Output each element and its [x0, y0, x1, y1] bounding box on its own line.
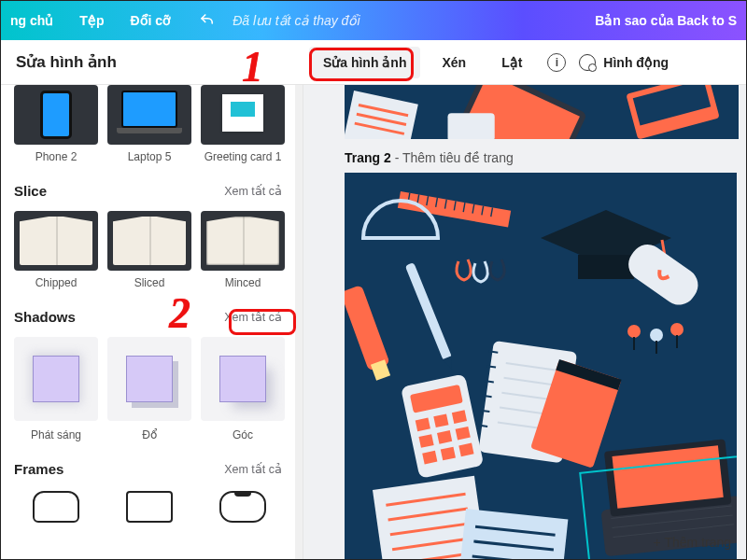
shadows-row: Phát sáng Đổ Góc	[14, 337, 289, 441]
frames-see-all[interactable]: Xem tất cả	[217, 458, 289, 480]
shadow-glow[interactable]: Phát sáng	[14, 337, 98, 441]
slice-sliced-thumb	[107, 211, 191, 271]
mockup-greetingcard1[interactable]: Greeting card 1	[201, 85, 285, 163]
page2-label[interactable]: Trang 2 - Thêm tiêu đề trang	[345, 150, 514, 165]
slice-title: Slice	[14, 183, 47, 199]
svg-line-55	[478, 426, 487, 427]
top-header: ng chủ Tệp Đổi cỡ Đã lưu tất cả thay đổi…	[1, 1, 746, 40]
svg-line-50	[488, 351, 498, 352]
mockup-laptop5-thumb	[107, 85, 191, 145]
slice-section-header: Slice Xem tất cả	[14, 180, 289, 202]
shadow-drop[interactable]: Đổ	[107, 337, 191, 441]
animate-label: Hình động	[603, 55, 669, 70]
flip-button[interactable]: Lật	[487, 47, 536, 78]
frames-row	[14, 489, 289, 523]
mockup-laptop5[interactable]: Laptop 5	[107, 85, 191, 163]
frame-notch[interactable]	[201, 489, 285, 523]
svg-rect-79	[613, 445, 724, 509]
svg-line-53	[483, 396, 492, 397]
slice-sliced[interactable]: Sliced	[107, 211, 191, 289]
nav-resize[interactable]: Đổi cỡ	[130, 13, 171, 28]
slice-chipped-thumb	[14, 211, 98, 271]
svg-rect-24	[578, 255, 634, 279]
frames-title: Frames	[14, 461, 63, 477]
slice-see-all[interactable]: Xem tất cả	[217, 180, 289, 202]
mockup-phone2[interactable]: Phone 2	[14, 85, 98, 163]
slice-minced-thumb	[201, 211, 285, 271]
shadows-section-header: Shadows Xem tất cả	[14, 306, 289, 328]
nav-file[interactable]: Tệp	[79, 13, 104, 28]
mockup-greetingcard1-label: Greeting card 1	[201, 150, 285, 163]
mockup-greetingcard1-thumb	[201, 85, 285, 145]
shadows-title: Shadows	[14, 309, 76, 325]
shadow-drop-label: Đổ	[107, 428, 191, 441]
mockup-laptop5-label: Laptop 5	[107, 150, 191, 163]
panel-scrollbar-thumb[interactable]	[296, 225, 302, 309]
undo-icon[interactable]	[197, 10, 218, 31]
panel-title: Sửa hình ảnh	[10, 52, 117, 72]
slice-minced-label: Minced	[201, 276, 285, 289]
frames-section-header: Frames Xem tất cả	[14, 458, 289, 480]
svg-point-36	[670, 323, 684, 336]
nav-home[interactable]: ng chủ	[10, 13, 53, 28]
slice-sliced-label: Sliced	[107, 276, 191, 289]
svg-point-34	[650, 329, 663, 342]
context-toolbar: Sửa hình ảnh Sửa hình ảnh Xén Lật i Hình…	[1, 40, 746, 85]
effects-side-panel: Phone 2 Laptop 5 Greeting card 1 Slice X…	[1, 85, 303, 559]
mockups-row: Phone 2 Laptop 5 Greeting card 1	[14, 85, 289, 163]
slice-chipped[interactable]: Chipped	[14, 211, 98, 289]
slice-minced[interactable]: Minced	[201, 211, 285, 289]
page2-canvas[interactable]	[345, 173, 737, 559]
animate-icon	[579, 54, 596, 71]
shadow-glow-label: Phát sáng	[14, 428, 98, 441]
edit-image-button[interactable]: Sửa hình ảnh	[309, 47, 421, 78]
svg-line-52	[485, 381, 494, 382]
shadow-corner-label: Góc	[201, 428, 285, 441]
svg-rect-7	[448, 113, 495, 139]
page2-number: Trang 2	[345, 150, 391, 165]
frame-rounded[interactable]	[14, 489, 98, 523]
frame-square[interactable]	[107, 489, 191, 523]
slice-chipped-label: Chipped	[14, 276, 98, 289]
svg-line-54	[480, 411, 489, 412]
svg-point-32	[627, 325, 641, 338]
add-page-button[interactable]: + Thêm trang	[654, 535, 731, 550]
page1-strip[interactable]	[345, 85, 739, 139]
mockup-phone2-thumb	[14, 85, 98, 145]
shadow-corner[interactable]: Góc	[201, 337, 285, 441]
slice-row: Chipped Sliced Minced	[14, 211, 289, 289]
canvas-area[interactable]: Trang 2 - Thêm tiêu đề trang	[303, 85, 746, 559]
document-title[interactable]: Bản sao của Back to S	[595, 13, 737, 28]
shadows-see-all[interactable]: Xem tất cả	[217, 306, 289, 328]
page2-title-hint: - Thêm tiêu đề trang	[391, 150, 514, 165]
crop-button[interactable]: Xén	[428, 47, 480, 78]
saved-status: Đã lưu tất cả thay đổi	[233, 13, 359, 28]
info-icon[interactable]: i	[547, 53, 566, 72]
animate-button[interactable]: Hình động	[579, 54, 669, 71]
mockup-phone2-label: Phone 2	[14, 150, 98, 163]
svg-line-51	[486, 366, 496, 367]
